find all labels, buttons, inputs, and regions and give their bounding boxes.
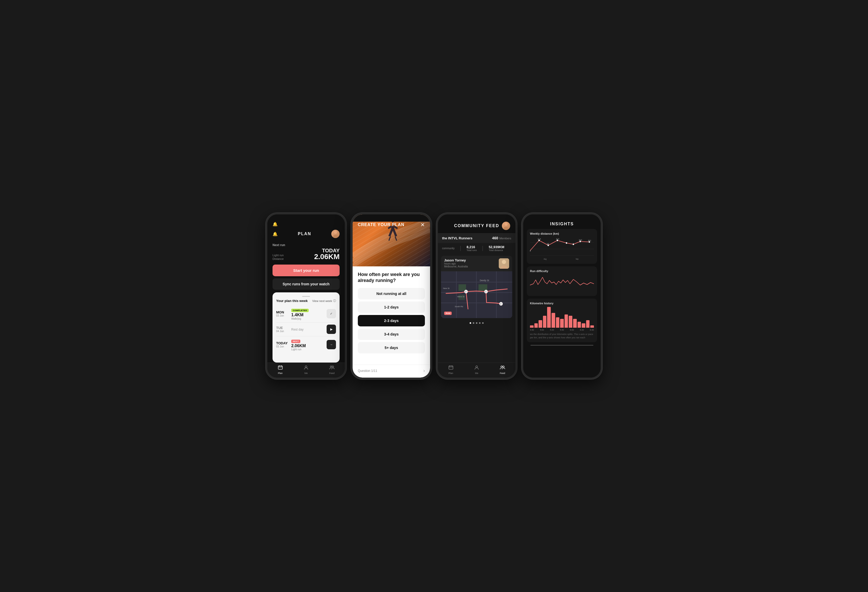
plan-date-tue: 04 Jun xyxy=(276,330,289,333)
dot-1 xyxy=(469,322,471,324)
bar-9 xyxy=(565,314,568,328)
dot-2 xyxy=(473,322,474,324)
km-history-chart xyxy=(530,307,594,328)
bar-8 xyxy=(560,319,564,328)
svg-text:Dendy St: Dendy St xyxy=(480,279,489,282)
dot-3 xyxy=(476,322,477,324)
total-distance-val: 52,939KM xyxy=(489,245,504,249)
phones-container: 🔔 🔔 PLAN Next run Light run Distance xyxy=(266,213,602,379)
info-icon: ⓘ xyxy=(333,299,336,303)
community-avatar xyxy=(502,222,510,230)
plan-action-play[interactable]: ▶ xyxy=(326,325,336,334)
scrollbar[interactable] xyxy=(530,345,593,346)
bar-12 xyxy=(577,322,581,328)
people-icon-comm xyxy=(500,365,505,371)
tab-plan-label-comm: Plan xyxy=(449,372,453,374)
completed-badge: COMPLETED xyxy=(291,309,309,312)
x-label-600: 6:00 xyxy=(570,329,574,331)
plan-row-tue: TUE 04 Jun Rest day ▶ xyxy=(276,323,336,336)
bar-13 xyxy=(582,323,585,328)
feed-post: Jason Torney hours ago Melbourne, Austra… xyxy=(441,256,512,318)
today-label: TODAY xyxy=(314,248,340,253)
community-tab-bar: Plan Me Feed xyxy=(438,362,515,378)
create-plan-body: How often per week are you already runni… xyxy=(353,267,430,365)
bar-14 xyxy=(586,320,590,328)
sync-watch-button[interactable]: Sync runs from your watch xyxy=(273,278,340,290)
bell-icon: 🔔 xyxy=(273,222,278,227)
svg-point-42 xyxy=(475,366,477,368)
option-not-running[interactable]: Not running at all xyxy=(358,288,425,299)
plan-date-today: 03 Jun xyxy=(276,345,289,348)
total-runs-val: 8,216 xyxy=(466,245,477,249)
svg-text:New St: New St xyxy=(443,287,450,290)
insights-header: INSIGHTS xyxy=(523,214,601,229)
bar-11 xyxy=(573,319,577,328)
question-counter: Question 1/11 xyxy=(358,369,377,373)
tab-plan[interactable]: Plan xyxy=(267,365,293,374)
create-plan-title: CREATE YOUR PLAN xyxy=(358,222,404,227)
option-3-4-days[interactable]: 3-4 days xyxy=(358,328,425,340)
plan-rest: Rest day xyxy=(291,328,303,331)
plan-distance-today: 2.06KM xyxy=(291,343,325,348)
km-history-x-labels: 4:40 5:00 5:20 5:40 6:00 6:20 6:40 xyxy=(530,329,594,331)
option-2-3-days[interactable]: 2-3 days xyxy=(358,315,425,326)
option-1-2-days[interactable]: 1-2 days xyxy=(358,302,425,313)
svg-text:10.1: 10.1 xyxy=(588,240,591,242)
svg-text:2: 2 xyxy=(465,291,466,293)
start-run-button[interactable]: Start your run xyxy=(273,265,340,276)
x-label-620: 6:20 xyxy=(580,329,584,331)
svg-point-10 xyxy=(505,223,508,226)
plan-distance-mon: 1.4KM xyxy=(291,313,325,317)
svg-point-13 xyxy=(502,260,506,264)
tab-feed-comm[interactable]: Feed xyxy=(490,365,515,374)
plan-card: Your plan this week View next week ⓘ MON… xyxy=(273,292,340,362)
people-icon xyxy=(329,365,334,371)
dot-indicators xyxy=(438,320,515,326)
plan-day-today: TODAY xyxy=(276,341,289,345)
tab-me-label-comm: Me xyxy=(475,372,478,374)
plan-title: PLAN xyxy=(298,231,311,236)
svg-point-43 xyxy=(501,366,502,367)
tab-plan-label: Plan xyxy=(278,372,283,374)
tab-me-label: Me xyxy=(304,372,308,374)
plan-row-today: TODAY 03 Jun NEXT 2.06KM Light run → xyxy=(276,336,336,353)
tab-plan-comm[interactable]: Plan xyxy=(438,365,464,374)
create-footer: Question 1/11 › xyxy=(353,365,430,378)
svg-point-53 xyxy=(573,243,574,245)
tab-feed-label: Feed xyxy=(329,372,335,374)
plan-header: 🔔 PLAN xyxy=(267,229,345,241)
plan-day-mon: MON xyxy=(276,310,289,314)
distance-value: 2.06KM xyxy=(314,253,340,261)
plan-action-arrow[interactable]: → xyxy=(326,340,336,349)
next-run-section: Next run Light run Distance TODAY 2.06KM xyxy=(267,241,345,262)
post-time: hours ago xyxy=(444,262,468,265)
total-runs-label: Total runs xyxy=(466,249,477,252)
action-buttons: Start your run Sync runs from your watch xyxy=(267,262,345,292)
bar-7 xyxy=(556,317,559,328)
calendar-icon xyxy=(278,365,283,371)
calendar-icon-comm xyxy=(448,365,453,371)
svg-text:11.4: 11.4 xyxy=(556,238,559,240)
bell-icon-header: 🔔 xyxy=(273,231,278,237)
bar-2 xyxy=(534,323,538,328)
run-difficulty-title: Run difficulty xyxy=(530,269,594,272)
phone-community: COMMUNITY FEED the INTVL Runners 460 Mem… xyxy=(436,213,517,379)
svg-point-44 xyxy=(503,366,504,367)
close-button[interactable]: ✕ xyxy=(421,222,425,228)
run-type: Light run xyxy=(273,254,284,257)
next-arrow-icon[interactable]: › xyxy=(423,368,425,373)
tab-feed[interactable]: Feed xyxy=(319,365,345,374)
option-5-plus-days[interactable]: 5+ days xyxy=(358,342,425,353)
difficulty-chart xyxy=(530,275,594,293)
plan-tab-bar: Plan Me Feed xyxy=(267,362,345,378)
members-count: 460 Members xyxy=(492,236,511,240)
next-badge: NEXT xyxy=(291,340,300,343)
view-next[interactable]: View next week ⓘ xyxy=(312,299,336,303)
plan-action-check[interactable]: ✓ xyxy=(326,309,336,318)
dot-5 xyxy=(482,322,484,324)
tab-me-comm[interactable]: Me xyxy=(464,365,489,374)
x-label-440: 4:40 xyxy=(530,329,534,331)
bar-6 xyxy=(552,313,555,328)
insights-content[interactable]: Weekly distance (km) xyxy=(523,229,601,378)
tab-me[interactable]: Me xyxy=(293,365,319,374)
